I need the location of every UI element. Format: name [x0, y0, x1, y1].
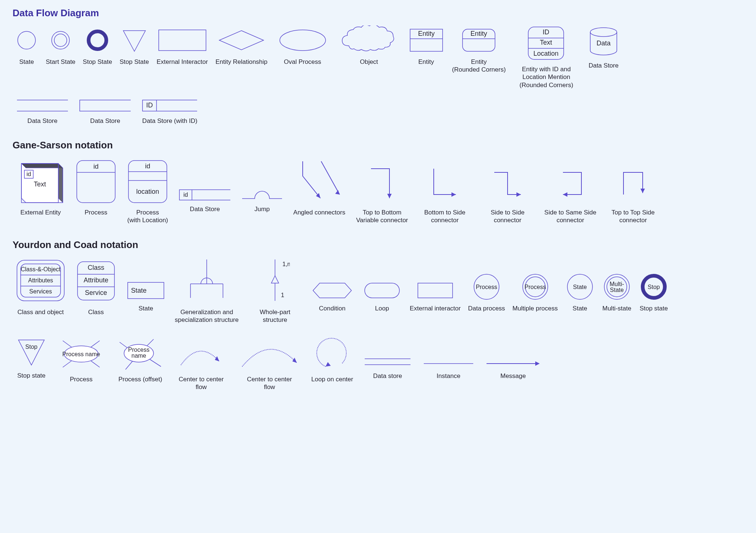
gs-top-top-side-icon [615, 158, 652, 206]
yc-class: Class Attribute Service Class [74, 257, 118, 316]
svg-text:1: 1 [281, 292, 284, 298]
yc-multi-state-icon: Multi- State [602, 272, 632, 302]
yc-loop-icon [362, 279, 402, 302]
yc-ext-interactor-icon [415, 279, 456, 302]
svg-text:Attribute: Attribute [83, 276, 108, 284]
yc-data-process: Process Data process [468, 257, 505, 313]
svg-point-7 [280, 30, 326, 51]
object-cloud-icon [338, 25, 401, 55]
svg-marker-107 [326, 362, 331, 367]
yc-condition: Condition [310, 257, 354, 313]
yc-class-icon: Class Attribute Service [74, 257, 118, 305]
yc-condition-icon [310, 279, 354, 302]
yc-center-flow-1: Center to center flow [173, 336, 229, 391]
shape-oval-process: Oval Process [275, 25, 330, 66]
yc-multi-process-icon: Process [520, 272, 550, 302]
svg-text:ID: ID [543, 28, 549, 36]
entity-id-location-icon: ID Text Location [526, 25, 567, 62]
yc-gen-spec: Generalization and specialization struct… [173, 257, 240, 324]
svg-marker-48 [563, 192, 567, 197]
yc-process-offset: Process name Process (offset) [114, 336, 166, 383]
svg-marker-106 [292, 358, 297, 363]
svg-text:Service: Service [85, 289, 107, 296]
svg-text:Process: Process [525, 284, 546, 290]
svg-marker-105 [215, 356, 219, 361]
svg-text:Entity: Entity [418, 30, 434, 37]
start-state-icon [49, 25, 72, 55]
svg-marker-112 [535, 361, 540, 366]
yc-class-object-icon: Class-&-Object Attributes Services [15, 257, 66, 305]
svg-text:id: id [183, 192, 188, 198]
svg-text:Multi-: Multi- [609, 281, 624, 287]
gs-jump-icon [240, 184, 284, 202]
gs-side-same-side: Side to Same Side connector [543, 158, 598, 224]
gs-top-top-side: Top to Top Side connector [605, 158, 661, 224]
dfd-row-2: Data Store Data Store ID Data Store (wit… [11, 95, 745, 128]
svg-marker-6 [219, 31, 264, 50]
svg-marker-74 [313, 283, 351, 298]
svg-point-20 [590, 28, 617, 37]
svg-text:Services: Services [29, 288, 52, 295]
yc-center-flow-2: Center to center flow [236, 336, 303, 391]
yc-loop: Loop [362, 257, 402, 313]
svg-text:Process: Process [476, 284, 497, 290]
yc-stop-state-circle-icon: Stop [639, 272, 669, 302]
yc-message-icon [484, 358, 543, 369]
shape-stop-state: Stop State [83, 25, 112, 66]
svg-text:Text: Text [34, 180, 46, 188]
shape-entity-id-location: ID Text Location Entity with ID and Loca… [513, 25, 580, 89]
svg-marker-70 [271, 276, 279, 283]
svg-marker-49 [640, 189, 645, 193]
svg-text:State: State [610, 287, 623, 293]
gs-data-store-icon: id [177, 188, 233, 202]
gs-process-icon: id [74, 158, 118, 206]
gs-external-entity: id Text External Entity [15, 158, 66, 216]
svg-text:State: State [131, 287, 147, 294]
svg-text:Entity: Entity [471, 30, 487, 37]
svg-text:State: State [573, 284, 587, 290]
gs-data-store: id Data Store [177, 158, 233, 213]
section-title-gs: Gane-Sarson notation [13, 140, 745, 151]
yc-class-and-object: Class-&-Object Attributes Services Class… [15, 257, 66, 316]
yc-center-flow-1-icon [173, 336, 229, 372]
shape-stop-state-triangle: Stop State [120, 25, 149, 66]
svg-text:Process name: Process name [62, 351, 100, 357]
external-interactor-icon [157, 25, 208, 55]
shape-state: State [15, 25, 38, 66]
yc-row-1: Class-&-Object Attributes Services Class… [11, 255, 745, 328]
data-store-open-1-icon [15, 97, 70, 114]
svg-text:Class-&-Object: Class-&-Object [21, 266, 61, 272]
section-yourdon-coad: Yourdon and Coad notation Class-&-Object… [11, 239, 745, 395]
data-store-with-id-icon: ID [140, 97, 199, 114]
yc-whole-part-icon: 1,m 1 [260, 257, 290, 305]
svg-text:Location: Location [533, 50, 559, 57]
gs-side-side-icon [489, 158, 526, 206]
yc-data-store-line: Data store [362, 336, 413, 380]
gs-side-side: Side to Side connector [480, 158, 535, 224]
svg-text:id: id [27, 171, 31, 177]
svg-point-3 [89, 31, 106, 49]
gs-angled-icon [292, 158, 347, 206]
state-icon [15, 25, 38, 55]
data-store-cylinder-icon: Data [587, 25, 620, 59]
svg-text:1,m: 1,m [282, 261, 290, 267]
dfd-row-1: State Start State Stop State Stop State [11, 23, 745, 93]
shape-external-interactor: External Interactor [157, 25, 208, 66]
yc-stop-state-triangle: Stop Stop state [15, 336, 48, 379]
yc-loop-center-icon [310, 336, 354, 372]
yc-whole-part: 1,m 1 Whole-part structure [247, 257, 303, 324]
svg-text:Text: Text [540, 39, 552, 46]
section-title-dfd: Data Flow Diagram [13, 7, 745, 19]
svg-rect-5 [159, 30, 206, 51]
gs-bottom-side: Bottom to Side connector [417, 158, 472, 224]
yc-gen-spec-icon [185, 257, 229, 305]
yc-loop-on-center: Loop on center [310, 336, 354, 383]
yc-stop-state-circle: Stop Stop state [639, 257, 669, 313]
gs-jump: Jump [240, 158, 284, 213]
gs-angled-connectors: Angled connectors [292, 158, 347, 216]
svg-marker-27 [21, 164, 63, 168]
shape-data-store-cylinder: Data Data Store [587, 25, 620, 69]
yc-external-interactor-2: External interactor [410, 257, 461, 313]
stop-state-icon [86, 25, 109, 55]
svg-text:name: name [131, 353, 146, 359]
